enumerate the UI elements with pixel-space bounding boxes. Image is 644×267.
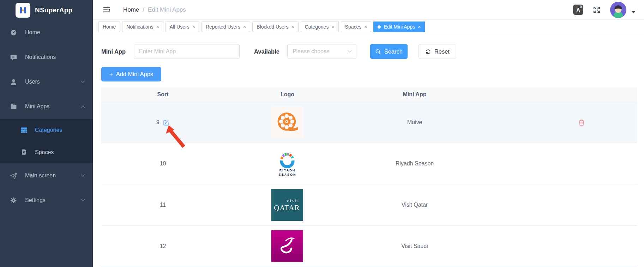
translate-letter: A [576, 8, 580, 13]
edit-sort-icon[interactable] [163, 119, 169, 126]
qatar-logo-visit-text: visit [287, 198, 300, 204]
sidebar-item-label: Settings [25, 197, 74, 204]
sort-value: 9 [156, 119, 160, 126]
dashboard-icon [10, 29, 17, 36]
column-header-sort: Sort [101, 91, 224, 98]
close-icon[interactable]: × [364, 24, 367, 30]
message-icon [10, 53, 17, 61]
tab-label: All Users [170, 24, 189, 30]
translate-icon[interactable]: A 文 [573, 5, 583, 15]
sidebar-item-label: Users [25, 79, 74, 85]
table-row[interactable]: 10 [101, 143, 637, 184]
column-header-logo: Logo [224, 91, 350, 98]
tab-spaces[interactable]: Spaces× [341, 22, 372, 32]
gear-icon [10, 196, 17, 204]
visit-qatar-logo: visit QATAR [271, 189, 303, 221]
breadcrumb-current: Edit Mini Apps [148, 6, 186, 13]
sidebar-item-notifications[interactable]: Notifications [0, 45, 93, 69]
chevron-down-icon [81, 79, 85, 83]
close-icon[interactable]: × [331, 24, 334, 30]
movie-reel-logo [271, 107, 303, 138]
tab-reported-users[interactable]: Reported Users× [201, 22, 250, 32]
tab-label: Notifications [126, 24, 153, 30]
tab-bar: Home Notifications× All Users× Reported … [93, 20, 644, 34]
reset-button[interactable]: Reset [419, 44, 456, 59]
close-icon[interactable]: × [192, 24, 195, 30]
chevron-down-icon [348, 49, 351, 53]
close-icon[interactable]: × [156, 24, 159, 30]
fullscreen-icon[interactable] [592, 6, 601, 14]
available-select[interactable]: Please choose [287, 44, 356, 59]
reset-button-label: Reset [434, 48, 450, 55]
mini-apps-table: Sort Logo Mini App 9 [101, 87, 637, 267]
page: NSuperApp Home Notifications Users [0, 0, 644, 267]
add-mini-apps-button[interactable]: + Add Mini Apps [101, 67, 161, 81]
close-icon[interactable]: × [243, 24, 246, 30]
sidebar-item-spaces[interactable]: Spaces [0, 141, 93, 163]
search-button-label: Search [384, 48, 403, 55]
mini-apps-submenu: Categories Spaces [0, 119, 93, 163]
sidebar-item-categories[interactable]: Categories [0, 119, 93, 141]
sidebar-item-label: Spaces [35, 149, 54, 156]
chevron-down-icon [631, 11, 636, 13]
search-icon [375, 49, 381, 55]
collapse-sidebar-icon[interactable] [103, 6, 110, 14]
sidebar-item-users[interactable]: Users [0, 69, 93, 94]
mini-app-input[interactable] [134, 44, 240, 59]
table-row[interactable]: 12 Visit Saudi [101, 226, 637, 267]
top-header: Home / Edit Mini Apps A 文 [93, 0, 644, 20]
sidebar: NSuperApp Home Notifications Users [0, 0, 93, 267]
mini-app-name: Visit Qatar [350, 202, 479, 208]
sidebar-item-mini-apps[interactable]: Mini Apps [0, 94, 93, 119]
sort-cell: 9 [156, 119, 169, 126]
translate-cjk: 文 [579, 5, 583, 8]
grid-icon [20, 126, 28, 134]
app-logo-icon [16, 3, 30, 18]
tab-label: Spaces [345, 24, 362, 30]
tab-label: Reported Users [206, 24, 240, 30]
tab-categories[interactable]: Categories× [301, 22, 339, 32]
breadcrumb-home-link[interactable]: Home [123, 6, 139, 13]
table-row[interactable]: 11 visit QATAR Visit Qatar [101, 184, 637, 226]
filter-bar: Mini App Available Please choose Search … [101, 44, 637, 59]
sidebar-item-label: Home [25, 29, 84, 36]
avatar [610, 2, 626, 18]
close-icon[interactable]: × [291, 24, 294, 30]
app-logo[interactable]: NSuperApp [0, 0, 93, 20]
available-filter-label: Available [254, 48, 279, 55]
sidebar-item-main-screen[interactable]: Main screen [0, 163, 93, 188]
tab-label: Edit Mini Apps [384, 24, 415, 30]
chevron-up-icon [81, 105, 85, 109]
app-title: NSuperApp [35, 6, 72, 14]
chevron-down-icon [81, 173, 85, 177]
sidebar-item-home[interactable]: Home [0, 20, 93, 45]
paper-plane-icon [10, 172, 17, 180]
sidebar-item-label: Categories [35, 127, 62, 133]
sort-value: 11 [101, 202, 224, 208]
user-icon [10, 78, 17, 86]
table-row[interactable]: 9 [101, 102, 637, 143]
folder-icon [10, 103, 17, 110]
search-button[interactable]: Search [370, 44, 408, 59]
tab-label: Blocked Users [257, 24, 288, 30]
delete-icon[interactable] [578, 119, 585, 126]
refresh-icon [425, 49, 431, 55]
tab-blocked-users[interactable]: Blocked Users× [252, 22, 298, 32]
close-icon[interactable]: × [418, 24, 421, 30]
tab-edit-mini-apps[interactable]: Edit Mini Apps× [373, 22, 425, 32]
riyadh-logo-caption: RIYADH SEASON [278, 168, 296, 177]
user-menu[interactable] [610, 2, 636, 18]
mini-app-name: Riyadh Season [350, 160, 479, 167]
add-button-label: Add Mini Apps [116, 71, 153, 78]
tab-notifications[interactable]: Notifications× [122, 22, 163, 32]
sort-value: 12 [101, 243, 224, 249]
sidebar-item-label: Notifications [25, 54, 84, 60]
sidebar-item-settings[interactable]: Settings [0, 188, 93, 213]
header-actions: A 文 [573, 2, 636, 18]
mini-app-filter-label: Mini App [101, 48, 126, 55]
visit-saudi-logo [271, 230, 303, 262]
breadcrumb: Home / Edit Mini Apps [123, 6, 186, 13]
tab-all-users[interactable]: All Users× [165, 22, 199, 32]
tab-home[interactable]: Home [98, 22, 120, 32]
plus-icon: + [109, 71, 113, 78]
